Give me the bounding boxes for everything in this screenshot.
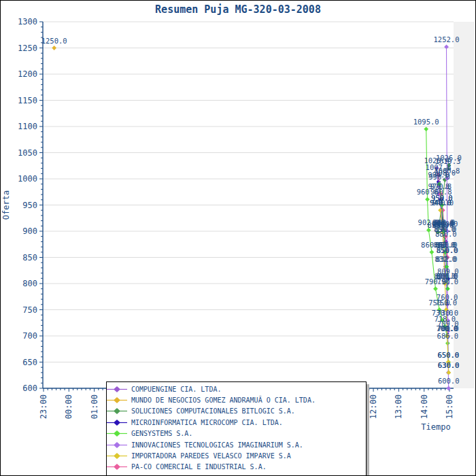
y-tick-label: 1300 <box>18 17 37 27</box>
point-value-label: 1095.0 <box>413 118 439 126</box>
point-value-label: 1250.0 <box>41 37 67 45</box>
y-tick-label: 850 <box>22 253 37 262</box>
legend-marker-icon <box>107 441 127 449</box>
legend-item-label: GENSYSTEMS S.A. <box>131 430 192 437</box>
point-value-label: 650.0 <box>437 351 459 359</box>
legend-marker-icon <box>107 407 127 415</box>
y-tick-label: 1100 <box>18 122 37 131</box>
point-value-label: 1026.0 <box>436 154 462 162</box>
data-point-marker <box>433 286 438 291</box>
x-tick-label: 01:00 <box>90 394 99 419</box>
y-tick-label: 950 <box>22 201 37 210</box>
point-value-label: 900.0 <box>433 220 455 228</box>
legend-item-label: MICROINFORMATICA MICROCOMP CIA. LTDA. <box>131 419 283 426</box>
legend-item-label: INNOVACIONES TECNOLOGICAS IMAGINARIUM S.… <box>131 441 303 449</box>
y-tick-label: 600 <box>22 384 37 393</box>
point-value-label: 950.0 <box>431 194 453 202</box>
y-tick-label: 800 <box>22 279 37 288</box>
legend-item: MUNDO DE NEGOCIOS GOMEZ ANDRAMUÃ O CIA. … <box>107 394 366 405</box>
data-point-marker <box>424 126 428 131</box>
y-tick-label: 700 <box>22 331 37 341</box>
y-tick-label: 750 <box>22 305 37 315</box>
x-tick-label: 15:00 <box>445 394 454 419</box>
x-tick-label: 13:00 <box>394 394 403 419</box>
data-point-marker <box>445 286 450 291</box>
legend-item: GENSYSTEMS S.A. <box>107 428 366 439</box>
legend-item: IMPORTADORA PAREDES VELASCO IMPARVE S.A <box>107 450 366 461</box>
point-value-label: 686.0 <box>437 332 459 340</box>
legend-item-label: COMPUENGINE CIA. LTDA. <box>131 386 221 393</box>
legend-marker-icon <box>107 452 127 460</box>
point-value-label: 1007.8 <box>426 163 452 171</box>
data-point-marker <box>52 46 56 50</box>
y-tick-label: 1000 <box>18 174 37 184</box>
legend-marker-icon <box>107 419 127 426</box>
legend-item: COMPUENGINE CIA. LTDA. <box>107 384 366 394</box>
legend-marker-icon <box>107 463 127 471</box>
legend-item: DATAPRO S.A <box>107 473 366 476</box>
y-axis-title: Oferta <box>1 190 11 220</box>
y-tick-label: 650 <box>22 358 37 367</box>
data-point-marker <box>429 250 434 254</box>
auction-bid-chart: Resumen Puja MG-320-03-2008 600650700750… <box>0 0 476 476</box>
legend-marker-icon <box>107 430 127 437</box>
x-axis-title: Tiempo <box>421 422 450 432</box>
point-value-label: 832.0 <box>436 255 458 263</box>
legend-item: MICROINFORMATICA MICROCOMP CIA. LTDA. <box>107 417 366 428</box>
point-value-label: 790.0 <box>437 277 459 286</box>
point-value-label: 630.0 <box>438 361 460 369</box>
y-tick-label: 900 <box>22 226 37 236</box>
legend-item: SOLUCIONES COMPUTACIONALES BITLOGIC S.A. <box>107 406 366 417</box>
point-value-label: 990.0 <box>428 173 450 181</box>
legend-item: PA-CO COMERCIAL E INDUSTRIAL S.A. <box>107 462 366 473</box>
legend-item-label: MUNDO DE NEGOCIOS GOMEZ ANDRAMUÃ O CIA. … <box>131 396 316 404</box>
data-point-marker <box>446 386 451 391</box>
point-value-label: 700.0 <box>437 324 458 333</box>
point-value-label: 600.0 <box>438 377 460 385</box>
legend-item-label: PA-CO COMERCIAL E INDUSTRIAL S.A. <box>131 463 267 471</box>
legend-marker-icon <box>107 386 127 393</box>
y-tick-label: 1050 <box>18 148 37 158</box>
point-value-label: 970.8 <box>430 182 452 190</box>
chart-legend: COMPUENGINE CIA. LTDA.MUNDO DE NEGOCIOS … <box>106 381 367 476</box>
legend-item-label: IMPORTADORA PAREDES VELASCO IMPARVE S.A <box>131 452 291 460</box>
y-tick-label: 1200 <box>18 69 37 79</box>
legend-item-label: SOLUCIONES COMPUTACIONALES BITLOGIC S.A. <box>131 407 295 415</box>
x-tick-label: 12:00 <box>369 394 378 419</box>
x-tick-label: 00:00 <box>64 394 73 419</box>
legend-marker-icon <box>107 396 127 404</box>
data-point-marker <box>444 45 449 50</box>
x-tick-label: 14:00 <box>420 394 429 419</box>
y-tick-label: 1150 <box>18 96 37 105</box>
y-tick-label: 1250 <box>18 44 37 53</box>
point-value-label: 1252.0 <box>434 35 460 44</box>
x-tick-label: 23:00 <box>39 394 48 419</box>
point-value-label: 730.0 <box>437 309 459 317</box>
data-point-marker <box>446 371 451 375</box>
legend-item: INNOVACIONES TECNOLOGICAS IMAGINARIUM S.… <box>107 439 366 450</box>
point-value-label: 860.0 <box>435 241 456 249</box>
point-value-label: 750.0 <box>435 299 457 307</box>
